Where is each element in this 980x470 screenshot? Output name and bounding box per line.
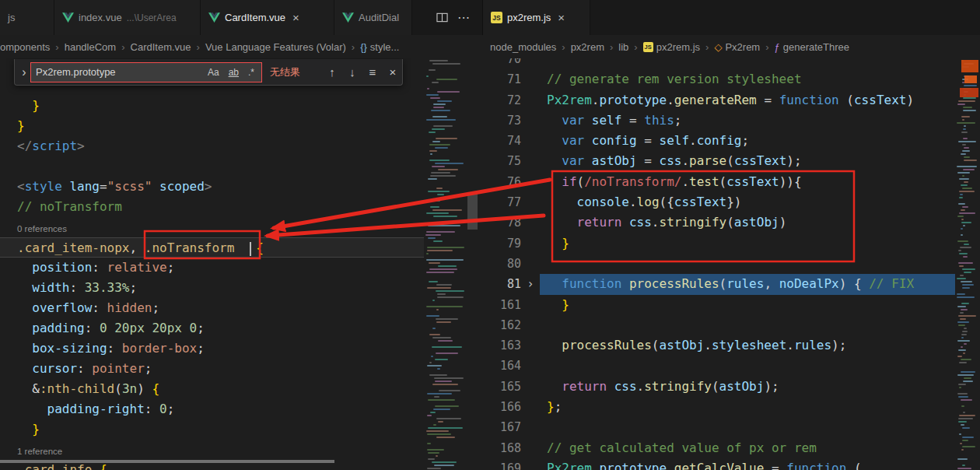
split-editor-icon[interactable] bbox=[436, 12, 448, 23]
code-line[interactable]: <style lang="scss" scoped> bbox=[0, 177, 424, 197]
code-line[interactable]: box-sizing: border-box; bbox=[0, 338, 424, 359]
left-editor-horizontal-scrollbar[interactable] bbox=[0, 460, 334, 463]
code-line-164[interactable]: 164 bbox=[482, 356, 955, 376]
code-line[interactable]: } bbox=[0, 419, 424, 440]
code-line-81[interactable]: 81› function processRules(rules, noDealP… bbox=[482, 274, 955, 294]
breadcrumbs-bar: omponents›handleCom›CardItem.vue›Vue Lan… bbox=[0, 35, 980, 58]
code-line-76[interactable]: 76 if(/noTransform/.test(cssText)){ bbox=[482, 172, 955, 192]
left-breadcrumb: omponents›handleCom›CardItem.vue›Vue Lan… bbox=[0, 35, 399, 58]
breadcrumb-item-CardItem.vue[interactable]: CardItem.vue bbox=[131, 41, 191, 53]
code-line[interactable] bbox=[0, 156, 424, 177]
tab-index.vue[interactable]: index.vue...\UserArea bbox=[54, 0, 201, 35]
breadcrumb-separator: › bbox=[634, 41, 637, 53]
codelens[interactable]: 0 references bbox=[0, 217, 424, 237]
vscode-window: jsindex.vue...\UserAreaCardItem.vue×Audi… bbox=[0, 0, 980, 470]
code-line-74[interactable]: 74 var config = self.config; bbox=[482, 131, 955, 151]
vue-icon bbox=[342, 12, 354, 23]
tab-label: js bbox=[8, 12, 15, 23]
find-widget: › Px2rem.prototype Aa ab .* 无结果 ↑ ↓ ≡ × bbox=[14, 59, 403, 86]
match-case-toggle[interactable]: Aa bbox=[205, 66, 222, 79]
close-tab-icon[interactable]: × bbox=[292, 11, 299, 24]
code-line-75[interactable]: 75 var astObj = css.parse(cssText); bbox=[482, 151, 955, 171]
code-line[interactable]: padding-right: 0; bbox=[0, 399, 424, 419]
breadcrumb-item-node_modules[interactable]: node_modules bbox=[490, 41, 556, 53]
code-line-168[interactable]: 168// get calculated value of px or rem bbox=[482, 438, 955, 458]
code-line-80[interactable]: 80 bbox=[482, 254, 955, 274]
left-editor-pane: }}</script><style lang="scss" scoped>// … bbox=[0, 58, 482, 470]
left-tab-group: jsindex.vue...\UserAreaCardItem.vue×Audi… bbox=[0, 0, 412, 35]
scrollbar-thumb[interactable] bbox=[467, 192, 478, 230]
code-line-162[interactable]: 162 bbox=[482, 315, 955, 335]
code-line[interactable]: // noTransform bbox=[0, 197, 424, 217]
code-line[interactable]: position: relative; bbox=[0, 258, 424, 278]
left-minimap[interactable] bbox=[424, 58, 467, 470]
code-line-165[interactable]: 165 return css.stringify(astObj); bbox=[482, 377, 955, 397]
code-line[interactable]: padding: 0 20px 20px 0; bbox=[0, 318, 424, 338]
code-line-73[interactable]: 73 var self = this; bbox=[482, 110, 955, 131]
breadcrumb-item-style...[interactable]: {}style... bbox=[360, 41, 399, 53]
regex-toggle[interactable]: .* bbox=[246, 66, 257, 79]
tab-bar: jsindex.vue...\UserAreaCardItem.vue×Audi… bbox=[0, 0, 980, 35]
breadcrumb-item-px2rem[interactable]: px2rem bbox=[571, 41, 604, 53]
code-line-166[interactable]: 166}; bbox=[482, 397, 955, 417]
whole-word-toggle[interactable]: ab bbox=[226, 66, 241, 79]
line-number: 165 bbox=[482, 377, 521, 397]
code-line[interactable]: overflow: hidden; bbox=[0, 298, 424, 318]
code-line-72[interactable]: 72Px2rem.prototype.generateRem = functio… bbox=[482, 90, 955, 110]
code-line[interactable]: &:nth-child(3n) { bbox=[0, 379, 424, 399]
right-minimap[interactable] bbox=[955, 58, 980, 470]
line-number: 81 bbox=[482, 274, 521, 294]
breadcrumb-item-Px2rem[interactable]: ◇Px2rem bbox=[714, 41, 760, 53]
fold-chevron-icon[interactable]: › bbox=[521, 274, 540, 294]
breadcrumb-separator: › bbox=[121, 41, 124, 53]
breadcrumb-item-handleCom[interactable]: handleCom bbox=[65, 41, 117, 53]
code-line[interactable]: </script> bbox=[0, 136, 424, 156]
breadcrumb-item-lib[interactable]: lib bbox=[618, 41, 628, 53]
more-actions-icon[interactable]: ⋯ bbox=[457, 10, 470, 25]
code-line[interactable]: width: 33.33%; bbox=[0, 278, 424, 298]
code-line-71[interactable]: 71// generate rem version stylesheet bbox=[482, 69, 955, 89]
line-number: 168 bbox=[482, 438, 521, 458]
tab-px2rem.js[interactable]: JSpx2rem.js× bbox=[483, 0, 590, 35]
line-number: 78 bbox=[482, 212, 521, 233]
left-editor-scrollbar[interactable] bbox=[467, 58, 478, 470]
breadcrumb-item-px2rem.js[interactable]: JSpx2rem.js bbox=[643, 41, 700, 53]
code-line-161[interactable]: 161 } bbox=[482, 295, 955, 315]
code-line-77[interactable]: 77 console.log({cssText}) bbox=[482, 192, 955, 212]
find-result-count: 无结果 bbox=[270, 65, 313, 79]
text-cursor bbox=[250, 242, 251, 256]
tab-js[interactable]: js bbox=[0, 0, 54, 35]
breadcrumb-item-generateThree[interactable]: ƒgenerateThree bbox=[775, 41, 850, 53]
code-line[interactable]: cursor: pointer; bbox=[0, 359, 424, 379]
tab-CardItem.vue[interactable]: CardItem.vue× bbox=[201, 0, 334, 35]
breadcrumb-separator: › bbox=[610, 41, 613, 53]
code-line[interactable]: .card_item-nopx, .noTransform{ bbox=[0, 237, 424, 258]
code-line[interactable]: } bbox=[0, 96, 424, 116]
close-tab-icon[interactable]: × bbox=[558, 11, 565, 24]
close-find-icon[interactable]: × bbox=[383, 63, 402, 82]
code-line-70[interactable]: 70 bbox=[482, 58, 955, 69]
code-line-169[interactable]: 169Px2rem.prototype.getCalcValue = funct… bbox=[482, 458, 955, 470]
previous-match-icon[interactable]: ↑ bbox=[323, 63, 341, 82]
tab-AuditDial[interactable]: AuditDial bbox=[334, 0, 412, 35]
code-line-79[interactable]: 79 } bbox=[482, 233, 955, 254]
line-number: 162 bbox=[482, 315, 521, 335]
tab-label: px2rem.js bbox=[507, 12, 551, 23]
codelens[interactable]: 1 reference bbox=[0, 440, 424, 460]
breadcrumb-item-omponents[interactable]: omponents bbox=[0, 41, 50, 53]
code-line-163[interactable]: 163 processRules(astObj.stylesheet.rules… bbox=[482, 335, 955, 356]
line-number: 166 bbox=[482, 397, 521, 417]
code-line-78[interactable]: 78 return css.stringify(astObj) bbox=[482, 212, 955, 233]
line-number: 77 bbox=[482, 192, 521, 212]
breadcrumb-item-Vue Language Features (Volar)[interactable]: Vue Language Features (Volar) bbox=[205, 41, 346, 53]
next-match-icon[interactable]: ↓ bbox=[343, 63, 362, 82]
right-breadcrumb: node_modules›px2rem›lib›JSpx2rem.js›◇Px2… bbox=[490, 35, 849, 58]
toggle-replace-icon[interactable]: › bbox=[18, 65, 30, 79]
code-line-167[interactable]: 167 bbox=[482, 417, 955, 437]
line-number: 79 bbox=[482, 233, 521, 254]
line-number: 80 bbox=[482, 254, 521, 274]
find-input[interactable]: Px2rem.prototype Aa ab .* bbox=[30, 62, 262, 82]
braces-symbol-icon: {} bbox=[360, 41, 367, 53]
code-line[interactable]: } bbox=[0, 116, 424, 136]
find-in-selection-icon[interactable]: ≡ bbox=[363, 63, 382, 82]
